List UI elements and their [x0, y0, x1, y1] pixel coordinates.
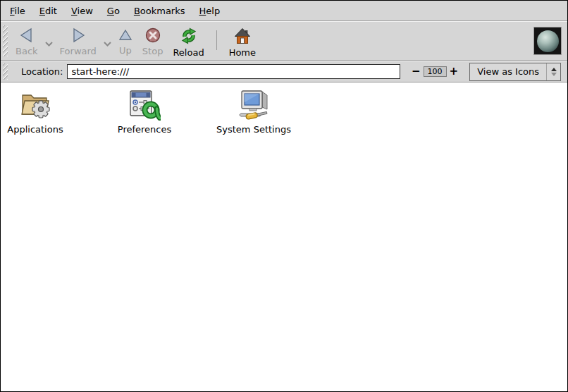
up-arrow-icon — [118, 27, 132, 42]
reload-label: Reload — [173, 47, 204, 58]
location-bar: Location: − 100 + View as Icons — [1, 61, 567, 82]
toolbar: Back Forward Up — [1, 21, 567, 61]
menu-bookmarks[interactable]: Bookmarks — [127, 2, 192, 20]
zoom-out-button[interactable]: − — [409, 66, 424, 77]
stop-button[interactable]: Stop — [137, 23, 168, 59]
home-button[interactable]: Home — [224, 23, 261, 59]
locationbar-grip-handle[interactable] — [3, 63, 8, 80]
nautilus-window: File Edit View Go Bookmarks Help Back Fo… — [0, 0, 568, 392]
system-settings-icon — [235, 88, 272, 121]
view-as-dropdown[interactable]: View as Icons — [469, 63, 561, 81]
up-button[interactable]: Up — [113, 23, 137, 59]
toolbar-grip-handle[interactable] — [3, 25, 8, 56]
up-label: Up — [119, 45, 132, 56]
menubar: File Edit View Go Bookmarks Help — [1, 1, 567, 21]
location-label: Location: — [21, 66, 63, 77]
applications-folder-icon — [18, 88, 52, 121]
reload-button[interactable]: Reload — [168, 23, 209, 59]
location-input[interactable] — [67, 64, 400, 79]
toolbar-separator — [216, 30, 217, 50]
menu-help[interactable]: Help — [192, 2, 228, 20]
menu-go[interactable]: Go — [100, 2, 127, 20]
back-button[interactable]: Back — [11, 23, 43, 59]
view-as-label: View as Icons — [477, 66, 539, 77]
back-arrow-icon — [19, 27, 35, 43]
menu-edit[interactable]: Edit — [32, 2, 64, 20]
throbber-sphere-icon — [537, 30, 559, 52]
throbber — [533, 27, 562, 55]
preferences-icon — [128, 88, 161, 121]
zoom-in-button[interactable]: + — [447, 66, 462, 77]
forward-arrow-icon — [70, 27, 86, 43]
icon-label: Applications — [7, 124, 63, 135]
back-history-dropdown[interactable] — [43, 36, 55, 49]
reload-icon — [180, 27, 197, 44]
home-icon — [234, 27, 251, 44]
forward-button[interactable]: Forward — [55, 23, 101, 59]
icon-label: Preferences — [118, 124, 171, 135]
back-label: Back — [16, 46, 38, 56]
stop-label: Stop — [142, 46, 163, 56]
icon-label: System Settings — [216, 124, 291, 135]
home-label: Home — [229, 47, 256, 58]
menu-file[interactable]: File — [3, 2, 32, 20]
dropdown-indicator-icon — [547, 68, 560, 76]
icon-system-settings[interactable]: System Settings — [220, 88, 288, 135]
forward-label: Forward — [60, 46, 97, 56]
forward-history-dropdown[interactable] — [101, 36, 113, 49]
zoom-level-indicator: 100 — [424, 66, 447, 77]
icon-applications[interactable]: Applications — [1, 88, 69, 135]
menu-view[interactable]: View — [64, 2, 100, 20]
stop-icon — [145, 27, 161, 43]
icon-preferences[interactable]: Preferences — [111, 88, 178, 135]
icon-view: Applications — [1, 82, 567, 391]
